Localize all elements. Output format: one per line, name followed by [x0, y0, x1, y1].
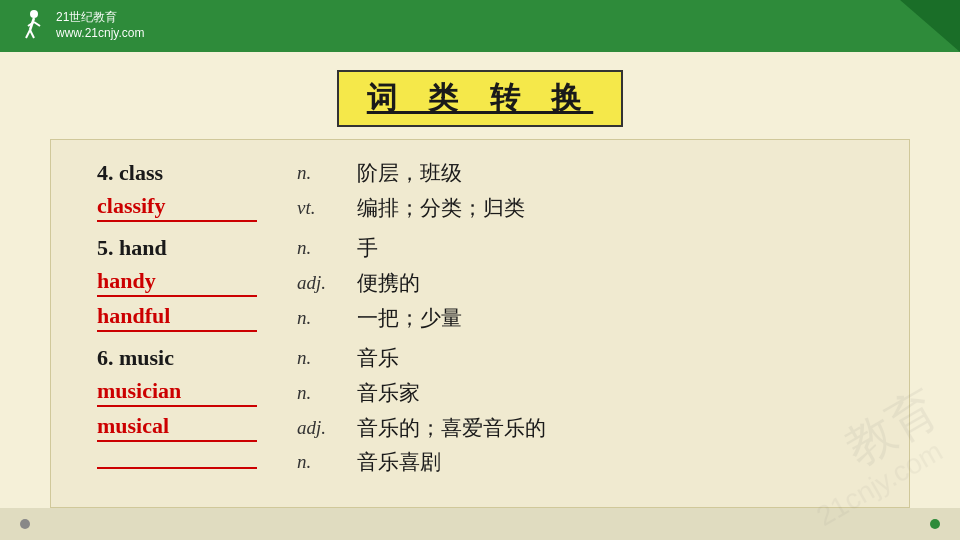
logo-text: 21世纪教育 www.21cnjy.com — [56, 10, 144, 41]
derived-musical-n — [91, 445, 291, 479]
svg-line-3 — [30, 30, 34, 38]
meaning-handful: 一把；少量 — [351, 300, 879, 335]
meaning-4-base: 阶层，班级 — [351, 156, 879, 190]
table-row: musical adj. 音乐的；喜爱音乐的 — [91, 410, 879, 445]
table-row: 5. hand n. 手 — [91, 231, 879, 265]
meaning-classify: 编排；分类；归类 — [351, 190, 879, 225]
meaning-6-base: 音乐 — [351, 341, 879, 375]
nav-dot-prev[interactable] — [20, 519, 30, 529]
pos-musical-n: n. — [291, 445, 351, 479]
derived-musical: musical — [91, 410, 291, 445]
pos-handy: adj. — [291, 265, 351, 300]
pos-musician: n. — [291, 375, 351, 410]
content-area: 4. class n. 阶层，班级 classify vt. 编排；分类；归类 — [50, 139, 910, 508]
page-title: 词 类 转 换 — [337, 70, 624, 127]
table-row: 4. class n. 阶层，班级 — [91, 156, 879, 190]
svg-line-4 — [34, 22, 40, 26]
word-number-6: 6. music — [91, 341, 291, 375]
logo-icon — [16, 8, 52, 44]
corner-decoration — [900, 0, 960, 52]
table-row: 6. music n. 音乐 — [91, 341, 879, 375]
word-number-4: 4. class — [91, 156, 291, 190]
pos-6-base: n. — [291, 341, 351, 375]
table-row: classify vt. 编排；分类；归类 — [91, 190, 879, 225]
pos-classify: vt. — [291, 190, 351, 225]
derived-classify: classify — [91, 190, 291, 225]
word-number-5: 5. hand — [91, 231, 291, 265]
table-row: handy adj. 便携的 — [91, 265, 879, 300]
slide: 21世纪教育 www.21cnjy.com 词 类 转 换 4. class n… — [0, 0, 960, 540]
meaning-musician: 音乐家 — [351, 375, 879, 410]
header-bar: 21世纪教育 www.21cnjy.com — [0, 0, 960, 52]
pos-5-base: n. — [291, 231, 351, 265]
derived-handy: handy — [91, 265, 291, 300]
derived-handful: handful — [91, 300, 291, 335]
pos-musical: adj. — [291, 410, 351, 445]
meaning-5-base: 手 — [351, 231, 879, 265]
pos-4-base: n. — [291, 156, 351, 190]
word-table: 4. class n. 阶层，班级 classify vt. 编排；分类；归类 — [91, 156, 879, 479]
table-row: handful n. 一把；少量 — [91, 300, 879, 335]
meaning-musical-n: 音乐喜剧 — [351, 445, 879, 479]
title-container: 词 类 转 换 — [337, 70, 624, 127]
bottom-bar — [0, 508, 960, 540]
table-row: n. 音乐喜剧 — [91, 445, 879, 479]
svg-line-2 — [26, 30, 30, 38]
svg-point-0 — [30, 10, 38, 18]
derived-musician: musician — [91, 375, 291, 410]
table-row: musician n. 音乐家 — [91, 375, 879, 410]
logo-area: 21世纪教育 www.21cnjy.com — [16, 8, 144, 44]
nav-dot-next[interactable] — [930, 519, 940, 529]
pos-handful: n. — [291, 300, 351, 335]
meaning-musical: 音乐的；喜爱音乐的 — [351, 410, 879, 445]
meaning-handy: 便携的 — [351, 265, 879, 300]
